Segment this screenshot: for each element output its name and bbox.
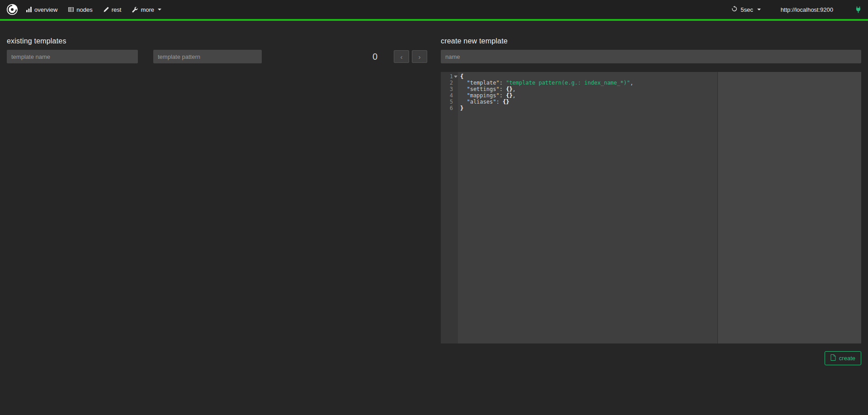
code-line: } bbox=[460, 105, 861, 111]
gutter-line-number: 5 bbox=[441, 99, 458, 105]
templates-count: 0 bbox=[373, 52, 391, 62]
chevron-right-icon: › bbox=[419, 53, 421, 61]
nav-item-more[interactable]: more bbox=[132, 0, 161, 19]
cerebro-logo-icon bbox=[6, 4, 18, 15]
gutter-line-number: 3 bbox=[441, 86, 458, 92]
file-icon bbox=[830, 354, 836, 362]
templates-filter-row: 0 ‹ › bbox=[7, 50, 427, 63]
editor-gutter: 123456 bbox=[441, 72, 458, 343]
code-line: "mappings": {}, bbox=[460, 92, 861, 99]
code-line: { bbox=[460, 73, 861, 80]
gutter-line-number: 1 bbox=[441, 73, 458, 80]
chevron-left-icon: ‹ bbox=[401, 53, 403, 61]
nav-item-nodes[interactable]: nodes bbox=[68, 0, 92, 19]
overview-icon bbox=[26, 7, 32, 12]
nav-item-rest[interactable]: rest bbox=[104, 0, 122, 19]
connection-status[interactable] bbox=[855, 6, 862, 13]
code-line: "aliases": {} bbox=[460, 99, 861, 105]
create-template-title: create new template bbox=[441, 37, 861, 45]
editor-code[interactable]: { "template": "template pattern(e.g.: in… bbox=[458, 72, 861, 343]
gutter-line-number: 2 bbox=[441, 80, 458, 86]
template-name-filter-input[interactable] bbox=[7, 50, 138, 63]
create-button-row: create bbox=[441, 351, 861, 365]
existing-templates-panel: existing templates 0 ‹ › bbox=[7, 37, 427, 365]
create-button-label: create bbox=[839, 355, 855, 362]
navbar-right-group: 5sec http://localhost:9200 bbox=[731, 6, 862, 13]
cerebro-logo[interactable] bbox=[6, 4, 18, 15]
gutter-line-number: 6 bbox=[441, 105, 458, 111]
pencil-icon bbox=[104, 7, 109, 12]
create-button[interactable]: create bbox=[825, 351, 861, 365]
nav-item-label: more bbox=[141, 6, 154, 13]
nav-item-label: rest bbox=[112, 6, 122, 13]
fold-toggle-icon[interactable] bbox=[454, 76, 458, 78]
nav-item-label: nodes bbox=[76, 6, 92, 13]
next-page-button[interactable]: › bbox=[412, 50, 427, 63]
refresh-interval-value: 5sec bbox=[741, 6, 753, 13]
chevron-down-icon bbox=[757, 9, 761, 10]
refresh-interval-dropdown[interactable]: 5sec bbox=[731, 6, 760, 13]
template-json-editor[interactable]: 123456 { "template": "template pattern(e… bbox=[441, 72, 861, 343]
refresh-icon bbox=[731, 6, 737, 13]
code-line: "settings": {}, bbox=[460, 86, 861, 92]
template-pattern-filter-input[interactable] bbox=[153, 50, 262, 63]
create-template-panel: create new template 123456 { "template":… bbox=[441, 37, 861, 365]
new-template-name-input[interactable] bbox=[441, 50, 861, 63]
nav-item-label: overview bbox=[34, 6, 57, 13]
nav-item-overview[interactable]: overview bbox=[26, 0, 57, 19]
plug-icon bbox=[855, 6, 862, 13]
table-icon bbox=[68, 7, 74, 12]
navbar: overview nodes rest more bbox=[0, 0, 868, 19]
prev-page-button[interactable]: ‹ bbox=[394, 50, 409, 63]
main-content: existing templates 0 ‹ › create new temp… bbox=[0, 21, 868, 365]
host-address: http://localhost:9200 bbox=[781, 6, 833, 13]
template-name-row bbox=[441, 50, 861, 63]
wrench-icon bbox=[132, 7, 138, 13]
chevron-down-icon bbox=[158, 9, 161, 10]
gutter-line-number: 4 bbox=[441, 92, 458, 99]
code-line: "template": "template pattern(e.g.: inde… bbox=[460, 80, 861, 86]
existing-templates-title: existing templates bbox=[7, 37, 427, 45]
